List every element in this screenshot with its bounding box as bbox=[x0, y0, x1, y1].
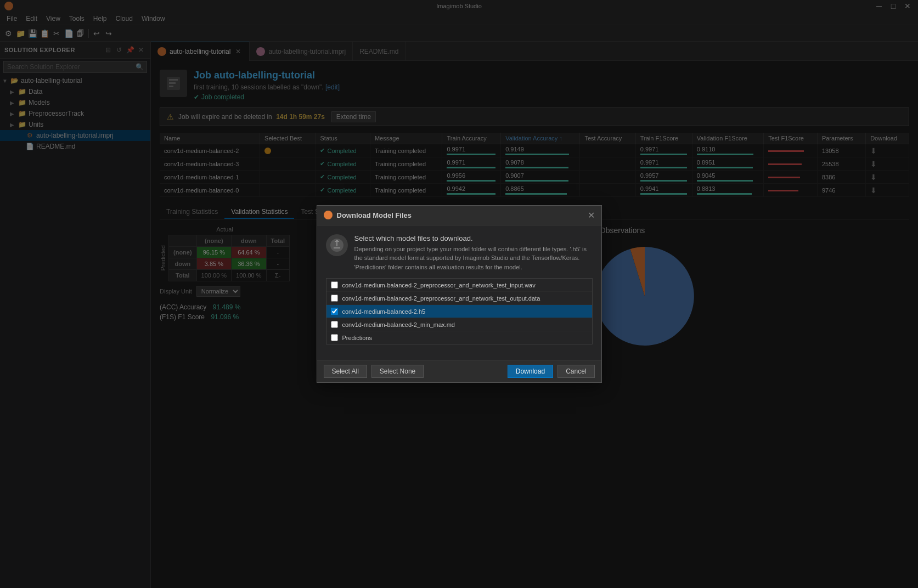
modal-desc-text: Depending on your project type your mode… bbox=[354, 245, 593, 272]
file-item-3: conv1d-medium-balanced-2.h5 bbox=[326, 305, 592, 318]
modal-body-icon bbox=[326, 234, 348, 256]
file-label-4[interactable]: conv1d-medium-balanced-2_min_max.md bbox=[342, 321, 455, 328]
file-checkbox-2[interactable] bbox=[331, 295, 338, 302]
footer-right: Download Cancel bbox=[508, 365, 595, 378]
file-label-1[interactable]: conv1d-medium-balanced-2_preprocessor_an… bbox=[342, 282, 536, 289]
file-label-5[interactable]: Predictions bbox=[342, 335, 372, 341]
file-item-4: conv1d-medium-balanced-2_min_max.md bbox=[326, 318, 592, 331]
file-item-2: conv1d-medium-balanced-2_preprocessor_an… bbox=[326, 292, 592, 305]
select-all-button[interactable]: Select All bbox=[324, 365, 367, 378]
file-checkbox-1[interactable] bbox=[331, 281, 338, 289]
download-modal: Download Model Files ✕ Select which mode… bbox=[317, 205, 602, 383]
modal-close-button[interactable]: ✕ bbox=[588, 210, 595, 220]
modal-footer: Select All Select None Download Cancel bbox=[317, 360, 601, 382]
select-none-button[interactable]: Select None bbox=[371, 365, 424, 378]
file-item-1: conv1d-medium-balanced-2_preprocessor_an… bbox=[326, 279, 592, 292]
file-label-3[interactable]: conv1d-medium-balanced-2.h5 bbox=[342, 308, 426, 315]
modal-desc-title: Select which model files to download. bbox=[354, 234, 593, 242]
modal-header: Download Model Files ✕ bbox=[317, 206, 601, 225]
file-list: conv1d-medium-balanced-2_preprocessor_an… bbox=[326, 278, 593, 344]
modal-title: Download Model Files bbox=[337, 211, 412, 219]
file-checkbox-5[interactable] bbox=[331, 334, 338, 341]
svg-rect-5 bbox=[336, 240, 337, 246]
modal-desc-row: Select which model files to download. De… bbox=[326, 234, 593, 272]
modal-body: Select which model files to download. De… bbox=[317, 225, 601, 360]
modal-title-row: Download Model Files bbox=[324, 211, 412, 219]
file-label-2[interactable]: conv1d-medium-balanced-2_preprocessor_an… bbox=[342, 295, 540, 302]
file-item-5: Predictions bbox=[326, 331, 592, 344]
download-button[interactable]: Download bbox=[508, 365, 553, 378]
modal-overlay: Download Model Files ✕ Select which mode… bbox=[0, 0, 918, 588]
modal-desc: Select which model files to download. De… bbox=[354, 234, 593, 272]
file-checkbox-3[interactable] bbox=[331, 308, 338, 315]
file-checkbox-4[interactable] bbox=[331, 321, 338, 328]
footer-left: Select All Select None bbox=[324, 365, 424, 378]
cancel-button[interactable]: Cancel bbox=[557, 365, 594, 378]
svg-rect-6 bbox=[334, 247, 340, 248]
modal-header-icon bbox=[324, 211, 333, 219]
